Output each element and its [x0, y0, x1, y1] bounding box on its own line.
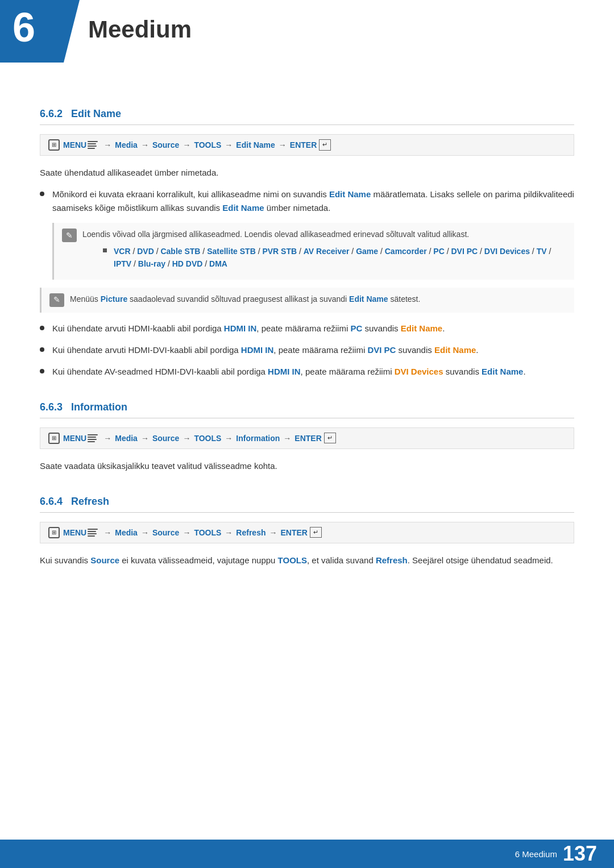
nav-path-edit-name: ⊞ MENU → Media → Source → TOOLS → Edit N… — [40, 134, 574, 156]
bullet-dot — [40, 192, 44, 196]
menu-bars-icon — [88, 140, 98, 149]
footer-page-number: 137 — [563, 844, 597, 864]
intro-information: Saate vaadata üksikasjalikku teavet vali… — [40, 459, 574, 473]
note-content-1: Loendis võivad olla järgmised allikasead… — [82, 229, 566, 274]
extra-bullet-item-1: Kui ühendate arvuti HDMI-kaabli abil por… — [40, 322, 574, 335]
enter-symbol-2: ↵ — [324, 433, 336, 443]
chapter-number: 6 — [13, 7, 35, 48]
extra-bullet-list: Kui ühendate arvuti HDMI-kaabli abil por… — [40, 322, 574, 379]
bullet-dot-4 — [40, 369, 44, 373]
chapter-header-bg — [0, 0, 80, 63]
bullet-dot-2 — [40, 326, 44, 330]
section-6-6-4: 6.6.4 Refresh ⊞ MENU → Media → Source → … — [40, 496, 574, 567]
remote-icon: ⊞ — [48, 139, 60, 151]
bullet-dot-3 — [40, 347, 44, 352]
sub-bullet-item: VCR / DVD / Cable STB / Satellite STB / … — [103, 245, 566, 271]
intro-edit-name: Saate ühendatud allikaseadet ümber nimet… — [40, 166, 574, 180]
enter-symbol-3: ↵ — [310, 527, 322, 538]
sub-bullet-square — [103, 248, 107, 252]
extra-bullet-item-3: Kui ühendate AV-seadmed HDMI-DVI-kaabli … — [40, 365, 574, 379]
section-6-6-3: 6.6.3 Information ⊞ MENU → Media → Sourc… — [40, 401, 574, 473]
extra-bullet-item-2: Kui ühendate arvuti HDMI-DVI-kaabli abil… — [40, 343, 574, 357]
footer-chapter-label: 6 Meedium — [515, 849, 557, 859]
bullet-item-1: Mõnikord ei kuvata ekraani korralikult, … — [40, 188, 574, 215]
nav-path-information: ⊞ MENU → Media → Source → TOOLS → Inform… — [40, 427, 574, 449]
bullet-list-1: Mõnikord ei kuvata ekraani korralikult, … — [40, 188, 574, 215]
menu-bars-icon-3 — [88, 528, 98, 537]
remote-icon-3: ⊞ — [48, 527, 60, 538]
main-content: 6.6.2 Edit Name ⊞ MENU → Media → Source … — [0, 63, 614, 609]
note-box-1: Loendis võivad olla järgmised allikasead… — [52, 223, 574, 280]
page: 6 Meedium 6.6.2 Edit Name ⊞ MENU → Media — [0, 0, 614, 868]
page-footer: 6 Meedium 137 — [0, 840, 614, 868]
note-text-2: Menüüs Picture saadaolevad suvandid sõlt… — [70, 293, 420, 305]
note-icon-1 — [62, 229, 77, 242]
nav-path-refresh: ⊞ MENU → Media → Source → TOOLS → Refres… — [40, 522, 574, 543]
note-icon-2 — [49, 293, 64, 307]
bullet-text-1: Mõnikord ei kuvata ekraani korralikult, … — [52, 188, 574, 215]
section-heading-6-6-4: 6.6.4 Refresh — [40, 496, 574, 513]
chapter-header: 6 Meedium — [0, 0, 614, 63]
intro-refresh: Kui suvandis Source ei kuvata välisseadm… — [40, 554, 574, 567]
chapter-title: Meedium — [88, 16, 192, 43]
enter-symbol: ↵ — [319, 139, 331, 150]
section-heading-6-6-3: 6.6.3 Information — [40, 401, 574, 418]
section-heading-6-6-2: 6.6.2 Edit Name — [40, 108, 574, 125]
menu-bars-icon-2 — [88, 434, 98, 443]
sub-bullet-list: VCR / DVD / Cable STB / Satellite STB / … — [103, 245, 566, 271]
section-6-6-2: 6.6.2 Edit Name ⊞ MENU → Media → Source … — [40, 108, 574, 379]
remote-icon-2: ⊞ — [48, 433, 60, 444]
note-box-2: Menüüs Picture saadaolevad suvandid sõlt… — [40, 288, 574, 313]
